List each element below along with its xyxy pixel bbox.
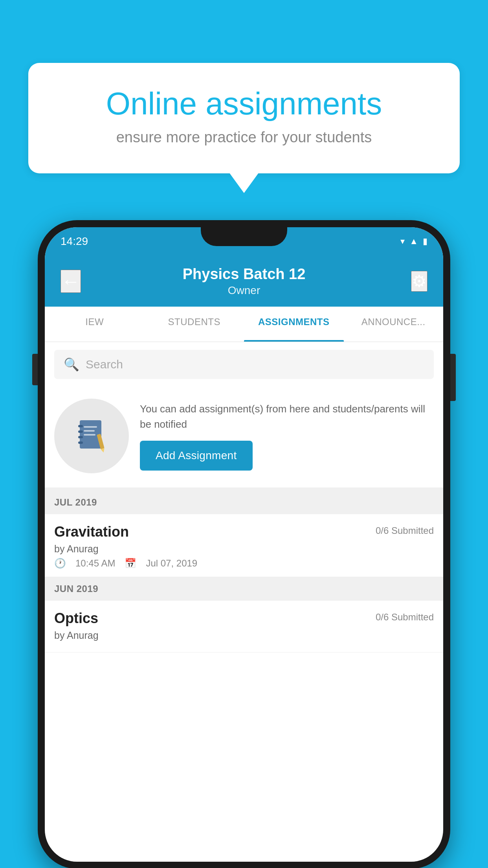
clock-icon: 🕐 — [54, 558, 66, 569]
phone-mockup: 14:29 ▾ ▲ ▮ ← Physics Batch 12 Owner ⚙ I… — [38, 220, 450, 868]
svg-rect-5 — [84, 426, 97, 428]
add-assignment-button[interactable]: Add Assignment — [140, 441, 253, 471]
assignment-item-header: Gravitation 0/6 Submitted — [54, 524, 434, 540]
assignment-submitted-optics: 0/6 Submitted — [376, 612, 434, 623]
header-title-block: Physics Batch 12 Owner — [183, 266, 306, 297]
assignment-date-gravitation: Jul 07, 2019 — [146, 558, 197, 569]
speech-bubble-title: Online assignments — [56, 86, 432, 121]
assignment-icon-circle — [54, 399, 129, 473]
search-container: 🔍 Search — [45, 342, 443, 387]
svg-rect-2 — [78, 430, 83, 433]
speech-bubble-subtitle: ensure more practice for your students — [56, 129, 432, 146]
header-subtitle: Owner — [183, 284, 306, 297]
svg-rect-7 — [84, 434, 95, 436]
settings-button[interactable]: ⚙ — [411, 271, 427, 292]
phone-notch — [201, 227, 287, 246]
add-assignment-content: You can add assignment(s) from here and … — [140, 401, 434, 471]
wifi-icon: ▾ — [400, 236, 405, 246]
svg-rect-6 — [84, 430, 95, 432]
search-input-wrap[interactable]: 🔍 Search — [54, 350, 434, 379]
search-icon: 🔍 — [64, 357, 79, 372]
assignment-by-gravitation: by Anurag — [54, 543, 434, 555]
svg-rect-4 — [78, 441, 83, 444]
speech-bubble-container: Online assignments ensure more practice … — [28, 63, 460, 173]
assignment-date-row-gravitation: 🕐 10:45 AM 📅 Jul 07, 2019 — [54, 558, 434, 569]
status-icons: ▾ ▲ ▮ — [400, 236, 427, 246]
add-assignment-description: You can add assignment(s) from here and … — [140, 401, 434, 432]
add-assignment-section: You can add assignment(s) from here and … — [45, 387, 443, 491]
tab-students[interactable]: STUDENTS — [145, 307, 244, 342]
tab-bar: IEW STUDENTS ASSIGNMENTS ANNOUNCE... — [45, 307, 443, 342]
tab-announcements[interactable]: ANNOUNCE... — [344, 307, 444, 342]
header-title: Physics Batch 12 — [183, 266, 306, 283]
assignment-submitted-gravitation: 0/6 Submitted — [376, 525, 434, 536]
status-time: 14:29 — [61, 235, 88, 248]
tab-iew[interactable]: IEW — [45, 307, 145, 342]
notebook-icon — [72, 416, 111, 456]
assignment-name-gravitation: Gravitation — [54, 524, 129, 540]
calendar-icon: 📅 — [125, 558, 136, 569]
section-header-jun: JUN 2019 — [45, 577, 443, 601]
phone-inner: 14:29 ▾ ▲ ▮ ← Physics Batch 12 Owner ⚙ I… — [45, 227, 443, 862]
assignment-item-gravitation[interactable]: Gravitation 0/6 Submitted by Anurag 🕐 10… — [45, 514, 443, 577]
assignment-item-optics[interactable]: Optics 0/6 Submitted by Anurag — [45, 601, 443, 653]
search-placeholder: Search — [86, 358, 123, 371]
phone-outer: 14:29 ▾ ▲ ▮ ← Physics Batch 12 Owner ⚙ I… — [38, 220, 450, 868]
svg-rect-3 — [78, 436, 83, 438]
back-button[interactable]: ← — [61, 270, 81, 293]
app-header: ← Physics Batch 12 Owner ⚙ — [45, 256, 443, 307]
svg-rect-1 — [78, 425, 83, 427]
assignment-item-header-optics: Optics 0/6 Submitted — [54, 610, 434, 627]
assignment-by-optics: by Anurag — [54, 630, 434, 641]
assignment-name-optics: Optics — [54, 610, 98, 627]
section-header-jul: JUL 2019 — [45, 491, 443, 514]
speech-bubble: Online assignments ensure more practice … — [28, 63, 460, 173]
tab-assignments[interactable]: ASSIGNMENTS — [244, 307, 344, 342]
signal-icon: ▲ — [409, 236, 418, 246]
assignment-time-gravitation: 10:45 AM — [75, 558, 115, 569]
battery-icon: ▮ — [423, 236, 427, 246]
